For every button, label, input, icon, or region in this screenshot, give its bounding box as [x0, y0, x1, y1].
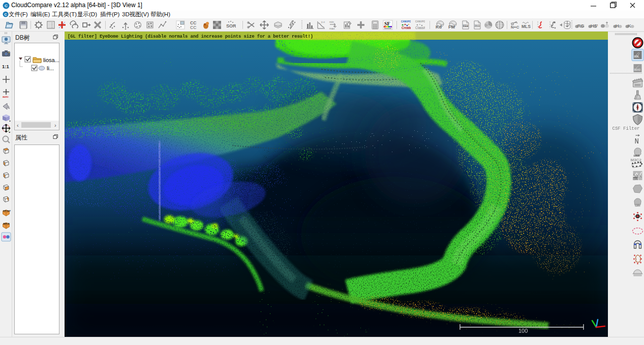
svg-text:FRONT: FRONT: [3, 210, 11, 212]
svg-text:SF: SF: [384, 21, 390, 26]
svg-text:li...: li...: [47, 65, 54, 71]
svg-text:liosa...: liosa...: [43, 57, 59, 63]
svg-text:RGB: RGB: [577, 23, 585, 28]
svg-text:min: min: [329, 20, 334, 23]
svg-text:CSV: CSV: [475, 24, 480, 27]
svg-text:RGS: RGS: [633, 178, 639, 181]
svg-text:BACK: BACK: [4, 222, 10, 225]
svg-text:100: 100: [518, 328, 528, 334]
svg-text:Classify: Classify: [415, 26, 425, 30]
svg-text:CC: CC: [190, 25, 196, 30]
svg-text:1:1: 1:1: [2, 64, 9, 69]
svg-text:p.o: p.o: [321, 20, 325, 23]
svg-text:SHP: SHP: [464, 24, 468, 27]
svg-text:EDL: EDL: [634, 55, 639, 58]
svg-text:MLS: MLS: [522, 24, 531, 29]
svg-text:SOR: SOR: [226, 23, 236, 28]
svg-text:›: ›: [54, 122, 56, 128]
svg-text:RGD: RGD: [635, 205, 641, 207]
svg-text:max: max: [329, 27, 335, 30]
svg-text:Kd: Kd: [436, 24, 442, 30]
svg-text:M3C2: M3C2: [631, 158, 642, 162]
svg-text:N: N: [635, 137, 639, 146]
svg-text:HSV: HSV: [591, 23, 598, 28]
svg-text:FM: FM: [448, 24, 455, 30]
svg-text:N+C: N+C: [511, 25, 519, 30]
svg-text:‹: ‹: [17, 122, 19, 128]
svg-text:CANUPO: CANUPO: [415, 20, 425, 23]
svg-text:C: C: [5, 4, 8, 8]
svg-text:auto: auto: [3, 95, 9, 98]
svg-text:K: K: [628, 23, 631, 28]
svg-text:SSAO: SSAO: [634, 69, 640, 71]
svg-text:HRR: HRR: [634, 154, 640, 157]
svg-text:[GL filter] EyeDome Lighting (: [GL filter] EyeDome Lighting (disable no…: [68, 34, 313, 39]
svg-text:H: H: [616, 23, 619, 28]
svg-text:CANUPO: CANUPO: [401, 20, 411, 23]
svg-text:Create: Create: [402, 26, 411, 30]
svg-text:C: C: [5, 13, 7, 16]
